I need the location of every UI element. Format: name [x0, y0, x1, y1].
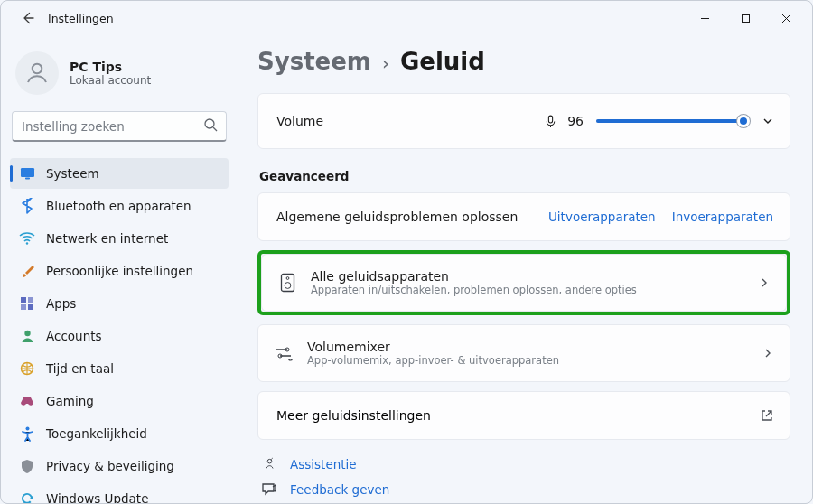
close-icon [781, 14, 791, 23]
sidebar-item-bluetooth-en-apparaten[interactable]: Bluetooth en apparaten [10, 191, 229, 221]
sidebar-item-accounts[interactable]: Accounts [10, 321, 229, 351]
svg-rect-7 [28, 297, 33, 303]
svg-rect-6 [21, 297, 26, 303]
account-block[interactable]: PC Tips Lokaal account [10, 42, 229, 109]
svg-rect-9 [28, 304, 33, 310]
minimize-button[interactable] [685, 4, 725, 33]
sidebar-item-gaming[interactable]: Gaming [10, 386, 229, 416]
update-icon [19, 491, 35, 504]
sidebar-nav: SysteemBluetooth en apparatenNetwerk en … [10, 158, 229, 504]
chevron-down-icon[interactable] [762, 116, 773, 126]
search-icon [203, 117, 219, 133]
sidebar-item-label: Gaming [46, 394, 94, 408]
all-sound-devices-row[interactable]: Alle geluidsapparaten Apparaten in/uitsc… [261, 254, 787, 312]
mixer-icon [275, 345, 293, 361]
open-external-icon [761, 409, 773, 422]
feedback-link[interactable]: Feedback geven [261, 482, 790, 497]
sidebar-item-toegankelijkheid[interactable]: Toegankelijkheid [10, 418, 229, 449]
person-icon [23, 60, 51, 87]
shield-icon [19, 459, 35, 474]
maximize-icon [741, 14, 751, 23]
sidebar-item-label: Privacy & beveiliging [46, 459, 174, 473]
more-label: Meer geluidsinstellingen [276, 408, 431, 423]
sidebar-item-tijd-en-taal[interactable]: Tijd en taal [10, 353, 229, 384]
input-devices-link[interactable]: Invoerapparaten [672, 210, 773, 224]
feedback-label: Feedback geven [290, 482, 389, 497]
breadcrumb-current: Geluid [400, 48, 485, 75]
mixer-title: Volumemixer [307, 340, 559, 354]
sidebar-item-systeem[interactable]: Systeem [10, 158, 229, 189]
avatar [15, 51, 59, 95]
brush-icon [19, 264, 35, 279]
sidebar-item-label: Toegankelijkheid [46, 426, 147, 441]
volume-value: 96 [567, 114, 584, 128]
window-title: Instellingen [48, 12, 114, 25]
svg-rect-0 [743, 14, 750, 22]
search-input[interactable] [12, 111, 227, 142]
svg-rect-3 [21, 168, 34, 177]
highlight-all-devices: Alle geluidsapparaten Apparaten in/uitsc… [257, 250, 790, 315]
back-button[interactable] [14, 3, 44, 33]
globe-icon [19, 361, 35, 376]
sidebar-item-label: Netwerk en internet [46, 231, 168, 246]
sidebar-item-apps[interactable]: Apps [10, 288, 229, 319]
wifi-icon [19, 232, 35, 245]
breadcrumb-parent[interactable]: Systeem [257, 48, 371, 75]
speaker-icon [278, 273, 296, 293]
feedback-icon [261, 482, 277, 497]
svg-rect-8 [21, 304, 26, 310]
display-icon [19, 167, 35, 180]
account-subtitle: Lokaal account [70, 74, 151, 87]
assistance-link[interactable]: Assistentie [261, 456, 790, 471]
mixer-subtitle: App-volumemix, app-invoer- & uitvoerappa… [307, 354, 559, 367]
maximize-button[interactable] [725, 4, 766, 33]
svg-point-2 [205, 119, 214, 128]
all-devices-title: Alle geluidsapparaten [311, 269, 637, 284]
mic-icon[interactable] [543, 114, 558, 129]
svg-rect-4 [25, 178, 30, 180]
more-sound-settings-row[interactable]: Meer geluidsinstellingen [257, 391, 790, 440]
volume-slider[interactable] [596, 119, 750, 123]
svg-rect-13 [549, 116, 553, 123]
person-icon [19, 329, 35, 343]
sidebar-item-label: Windows Update [46, 491, 148, 504]
sidebar-item-label: Accounts [46, 329, 102, 343]
svg-point-10 [24, 331, 30, 336]
section-advanced-header: Geavanceerd [259, 169, 790, 183]
search-box[interactable] [12, 111, 227, 142]
accessibility-icon [19, 426, 35, 442]
all-devices-subtitle: Apparaten in/uitschakelen, problemen opl… [311, 284, 637, 296]
svg-point-15 [286, 277, 289, 280]
troubleshoot-title: Algemene geluidsproblemen oplossen [276, 210, 518, 224]
bluetooth-icon [19, 198, 35, 214]
volume-card: Volume 96 [257, 93, 790, 149]
sidebar-item-label: Tijd en taal [46, 361, 114, 376]
sidebar-item-netwerk-en-internet[interactable]: Netwerk en internet [10, 223, 229, 254]
help-icon [261, 456, 277, 471]
sidebar-item-privacy-beveiliging[interactable]: Privacy & beveiliging [10, 451, 229, 481]
chevron-right-icon [762, 348, 773, 359]
apps-icon [19, 296, 35, 311]
volume-mixer-row[interactable]: Volumemixer App-volumemix, app-invoer- &… [257, 324, 790, 382]
volume-label: Volume [276, 114, 323, 128]
gamepad-icon [19, 396, 35, 407]
minimize-icon [700, 14, 710, 23]
sidebar-item-label: Apps [46, 296, 76, 311]
sidebar-item-windows-update[interactable]: Windows Update [10, 483, 229, 504]
chevron-right-icon [759, 277, 770, 288]
troubleshoot-card: Algemene geluidsproblemen oplossen Uitvo… [257, 192, 790, 241]
breadcrumb: Systeem › Geluid [257, 48, 790, 75]
arrow-left-icon [22, 11, 36, 25]
output-devices-link[interactable]: Uitvoerapparaten [548, 210, 656, 224]
svg-point-16 [285, 283, 291, 289]
close-button[interactable] [766, 4, 807, 33]
account-name: PC Tips [70, 60, 151, 74]
sidebar-item-persoonlijke-instellingen[interactable]: Persoonlijke instellingen [10, 256, 229, 286]
svg-point-12 [25, 426, 29, 430]
assistance-label: Assistentie [290, 457, 357, 471]
svg-point-5 [26, 242, 28, 244]
svg-point-19 [267, 459, 272, 463]
svg-point-1 [33, 64, 42, 74]
sidebar-item-label: Persoonlijke instellingen [46, 264, 193, 278]
sidebar-item-label: Systeem [46, 166, 99, 181]
